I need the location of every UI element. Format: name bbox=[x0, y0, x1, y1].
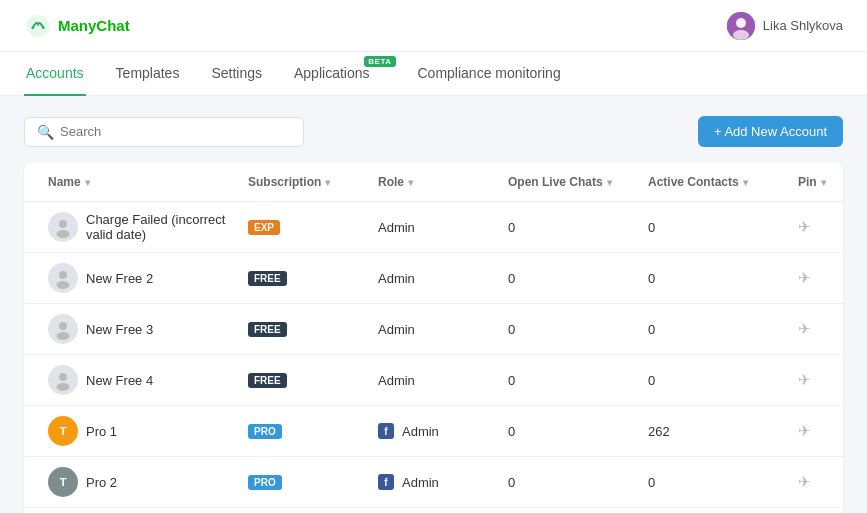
cell-active-contacts: 0 bbox=[640, 363, 790, 398]
cell-pin[interactable]: ✈ bbox=[790, 259, 843, 297]
active-contacts-value: 0 bbox=[648, 271, 655, 286]
svg-point-7 bbox=[57, 230, 70, 238]
open-live-chats-value: 0 bbox=[508, 322, 515, 337]
nav-item-accounts[interactable]: Accounts bbox=[24, 52, 86, 96]
facebook-icon: f bbox=[378, 423, 394, 439]
add-account-button[interactable]: + Add New Account bbox=[698, 116, 843, 147]
nav-item-templates[interactable]: Templates bbox=[114, 52, 182, 96]
account-avatar: T bbox=[48, 416, 78, 446]
table-row: Pro 3 PRO Admin 0 0 ✈ 👁 bbox=[24, 508, 843, 513]
cell-active-contacts: 0 bbox=[640, 465, 790, 500]
sort-role-icon[interactable]: ▾ bbox=[408, 177, 413, 188]
nav-item-compliance[interactable]: Compliance monitoring bbox=[416, 52, 563, 96]
sort-subscription-icon[interactable]: ▾ bbox=[325, 177, 330, 188]
sort-chats-icon[interactable]: ▾ bbox=[607, 177, 612, 188]
nav-item-settings[interactable]: Settings bbox=[209, 52, 264, 96]
cell-role: Admin bbox=[370, 312, 500, 347]
cell-pin[interactable]: ✈ bbox=[790, 412, 843, 450]
pin-icon[interactable]: ✈ bbox=[798, 371, 811, 389]
open-live-chats-value: 0 bbox=[508, 271, 515, 286]
facebook-icon: f bbox=[378, 474, 394, 490]
table-row: New Free 2 FREE Admin 0 0 ✈ 👁 bbox=[24, 253, 843, 304]
user-avatar bbox=[727, 12, 755, 40]
table-row: T Pro 2 PRO f Admin 0 0 ✈ 👁 bbox=[24, 457, 843, 508]
cell-active-contacts: 0 bbox=[640, 210, 790, 245]
cell-pin[interactable]: ✈ bbox=[790, 361, 843, 399]
col-role: Role ▾ bbox=[370, 163, 500, 201]
sort-name-icon[interactable]: ▾ bbox=[85, 177, 90, 188]
nav-item-applications[interactable]: Applications BETA bbox=[292, 52, 388, 96]
cell-open-live-chats: 0 bbox=[500, 210, 640, 245]
sort-pin-icon[interactable]: ▾ bbox=[821, 177, 826, 188]
cell-pin[interactable]: ✈ bbox=[790, 310, 843, 348]
svg-point-6 bbox=[59, 220, 67, 228]
cell-open-live-chats: 0 bbox=[500, 261, 640, 296]
table-row: Charge Failed (incorrect valid date) EXP… bbox=[24, 202, 843, 253]
col-name: Name ▾ bbox=[40, 163, 240, 201]
open-live-chats-value: 0 bbox=[508, 424, 515, 439]
table-body: Charge Failed (incorrect valid date) EXP… bbox=[24, 202, 843, 513]
open-live-chats-value: 0 bbox=[508, 220, 515, 235]
open-live-chats-value: 0 bbox=[508, 475, 515, 490]
cell-name: New Free 2 bbox=[40, 253, 240, 303]
logo-icon bbox=[24, 12, 52, 40]
subscription-badge: FREE bbox=[248, 373, 287, 388]
account-name: Pro 1 bbox=[86, 424, 117, 439]
account-avatar bbox=[48, 314, 78, 344]
subscription-badge: FREE bbox=[248, 322, 287, 337]
accounts-table: Name ▾ Subscription ▾ Role ▾ Open Live C… bbox=[24, 163, 843, 513]
cell-role: Admin bbox=[370, 261, 500, 296]
cell-name: Charge Failed (incorrect valid date) bbox=[40, 202, 240, 252]
sort-contacts-icon[interactable]: ▾ bbox=[743, 177, 748, 188]
subscription-badge: PRO bbox=[248, 424, 282, 439]
user-name: Lika Shlykova bbox=[763, 18, 843, 33]
account-name: New Free 3 bbox=[86, 322, 153, 337]
account-name: New Free 4 bbox=[86, 373, 153, 388]
active-contacts-value: 262 bbox=[648, 424, 670, 439]
active-contacts-value: 0 bbox=[648, 322, 655, 337]
svg-point-8 bbox=[59, 271, 67, 279]
active-contacts-value: 0 bbox=[648, 373, 655, 388]
svg-point-1 bbox=[31, 26, 34, 29]
pin-icon[interactable]: ✈ bbox=[798, 269, 811, 287]
account-avatar bbox=[48, 263, 78, 293]
cell-subscription: PRO bbox=[240, 414, 370, 449]
cell-subscription: EXP bbox=[240, 210, 370, 245]
cell-role: f Admin bbox=[370, 413, 500, 449]
search-input[interactable] bbox=[60, 124, 291, 139]
svg-point-4 bbox=[736, 18, 746, 28]
cell-name: T Pro 1 bbox=[40, 406, 240, 456]
cell-name: New Free 3 bbox=[40, 304, 240, 354]
cell-pin[interactable]: ✈ bbox=[790, 463, 843, 501]
cell-active-contacts: 262 bbox=[640, 414, 790, 449]
open-live-chats-value: 0 bbox=[508, 373, 515, 388]
cell-name: T Pro 2 bbox=[40, 457, 240, 507]
col-pin: Pin ▾ bbox=[790, 163, 843, 201]
svg-point-5 bbox=[733, 30, 749, 40]
cell-open-live-chats: 0 bbox=[500, 363, 640, 398]
account-name: Charge Failed (incorrect valid date) bbox=[86, 212, 232, 242]
col-open-live-chats: Open Live Chats ▾ bbox=[500, 163, 640, 201]
pin-icon[interactable]: ✈ bbox=[798, 422, 811, 440]
pin-icon[interactable]: ✈ bbox=[798, 320, 811, 338]
pin-icon[interactable]: ✈ bbox=[798, 218, 811, 236]
svg-point-10 bbox=[59, 322, 67, 330]
svg-point-12 bbox=[59, 373, 67, 381]
role-label: Admin bbox=[402, 475, 439, 490]
subscription-badge: FREE bbox=[248, 271, 287, 286]
cell-pin[interactable]: ✈ bbox=[790, 208, 843, 246]
user-info: Lika Shlykova bbox=[727, 12, 843, 40]
svg-point-13 bbox=[57, 383, 70, 391]
cell-subscription: FREE bbox=[240, 312, 370, 347]
search-box[interactable]: 🔍 bbox=[24, 117, 304, 147]
top-bar: ManyChat Lika Shlykova bbox=[0, 0, 867, 52]
account-avatar bbox=[48, 212, 78, 242]
table-row: T Pro 1 PRO f Admin 0 262 ✈ 👁 bbox=[24, 406, 843, 457]
account-name: New Free 2 bbox=[86, 271, 153, 286]
table-row: New Free 3 FREE Admin 0 0 ✈ 👁 bbox=[24, 304, 843, 355]
cell-name: New Free 4 bbox=[40, 355, 240, 405]
active-contacts-value: 0 bbox=[648, 220, 655, 235]
search-icon: 🔍 bbox=[37, 124, 54, 140]
pin-icon[interactable]: ✈ bbox=[798, 473, 811, 491]
svg-point-9 bbox=[57, 281, 70, 289]
